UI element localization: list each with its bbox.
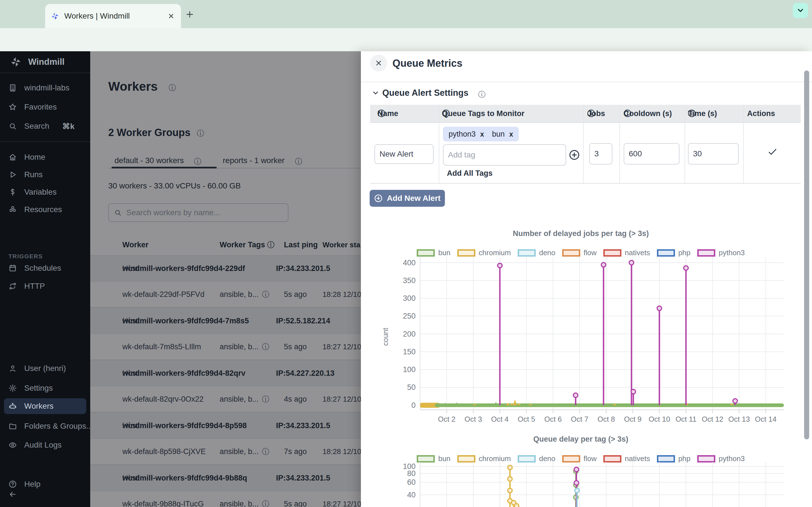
- svg-text:200: 200: [403, 330, 416, 338]
- alert-table-header: Name ⓘ Queue Tags to Monitor ⓘ Jobs ⓘ Co…: [370, 105, 801, 123]
- sidebar-item-label: Folders & Groups...: [24, 421, 90, 431]
- sidebar-item-folders-groups[interactable]: Folders & Groups...: [0, 418, 90, 434]
- sidebar-item-home[interactable]: Home: [0, 149, 90, 165]
- robot-icon: [8, 402, 17, 410]
- tag-label: python3: [449, 130, 476, 138]
- sidebar-item-http[interactable]: HTTP: [0, 278, 90, 294]
- svg-text:Oct 5: Oct 5: [518, 415, 535, 424]
- svg-text:Oct 13: Oct 13: [728, 415, 750, 424]
- chart1-title: Number of delayed jobs per tag (> 3s): [366, 229, 795, 238]
- legend-swatch: [417, 455, 435, 462]
- sidebar-item-runs[interactable]: Runs: [0, 167, 90, 182]
- sidebar-item-variables[interactable]: Variables: [0, 184, 90, 200]
- collapse-sidebar-icon[interactable]: [8, 490, 17, 499]
- confirm-check-icon[interactable]: [767, 147, 778, 157]
- svg-text:150: 150: [403, 348, 416, 356]
- time-input[interactable]: [688, 143, 739, 165]
- browser-tab[interactable]: Workers | Windmill: [45, 4, 181, 28]
- remove-tag-icon[interactable]: x: [509, 130, 513, 138]
- svg-text:Oct 6: Oct 6: [544, 415, 562, 424]
- jobs-input[interactable]: [589, 143, 612, 165]
- svg-text:60: 60: [407, 478, 416, 487]
- close-panel-button[interactable]: [370, 55, 387, 71]
- chevron-down-icon: [796, 6, 805, 15]
- queue-alert-settings-heading: Queue Alert Settings: [382, 88, 468, 98]
- tab-title: Workers | Windmill: [64, 11, 167, 20]
- sidebar-item-label: Variables: [24, 187, 57, 196]
- divider: [583, 105, 583, 183]
- route-icon: [8, 282, 17, 290]
- info-icon: ⓘ: [587, 108, 595, 119]
- sidebar-item-favorites[interactable]: Favorites: [0, 99, 90, 115]
- sidebar-item-label: HTTP: [24, 282, 45, 291]
- sidebar-item-schedules[interactable]: Schedules: [0, 260, 90, 276]
- info-icon: ⓘ: [442, 108, 450, 119]
- sidebar-item-label: Workers: [24, 402, 54, 411]
- sidebar-item-label: Help: [24, 480, 41, 489]
- browser-window: Workers | Windmill app.windmill.dev/work…: [0, 0, 812, 507]
- sidebar-item-user[interactable]: User (henri): [0, 360, 90, 376]
- sidebar-item-help[interactable]: Help: [0, 476, 90, 492]
- add-all-tags-link[interactable]: Add All Tags: [447, 169, 493, 178]
- svg-text:40: 40: [407, 491, 416, 499]
- svg-text:250: 250: [403, 312, 416, 320]
- svg-text:Oct 7: Oct 7: [571, 415, 589, 424]
- sidebar-item-label: Home: [24, 153, 45, 162]
- remove-tag-icon[interactable]: x: [480, 130, 484, 138]
- svg-text:300: 300: [403, 294, 416, 302]
- sidebar-item-workspace[interactable]: windmill-labs: [0, 80, 90, 96]
- info-icon: ⓘ: [688, 108, 696, 119]
- sidebar-item-label: Resources: [24, 205, 62, 214]
- chevron-down-icon[interactable]: [371, 89, 379, 97]
- svg-text:350: 350: [403, 276, 416, 285]
- svg-text:Oct 11: Oct 11: [675, 415, 697, 424]
- plus-circle-icon: [374, 194, 383, 203]
- triggers-section-label: TRIGGERS: [8, 253, 43, 260]
- divider: [439, 105, 439, 183]
- sidebar-item-search[interactable]: Search ⌘k: [0, 118, 90, 134]
- tab-search-button[interactable]: [793, 3, 808, 18]
- panel-scrollbar[interactable]: [804, 70, 809, 439]
- tab-close-icon[interactable]: [167, 12, 175, 20]
- close-icon: [375, 59, 383, 67]
- sidebar-item-workers[interactable]: Workers: [4, 398, 86, 414]
- info-icon[interactable]: ⓘ: [478, 90, 486, 100]
- svg-text:Oct 2: Oct 2: [438, 415, 455, 424]
- tag-pill-bun: bunx: [486, 127, 519, 142]
- sidebar-brand[interactable]: Windmill: [10, 56, 64, 68]
- sidebar-item-label: Settings: [24, 384, 53, 393]
- delayed-jobs-chart: Oct 2Oct 3Oct 4Oct 5Oct 6Oct 7Oct 8Oct 9…: [366, 255, 795, 424]
- sidebar-item-audit-logs[interactable]: Audit Logs: [0, 437, 90, 453]
- new-tab-icon[interactable]: [185, 10, 195, 19]
- svg-text:Oct 8: Oct 8: [598, 415, 615, 424]
- legend-swatch: [457, 455, 475, 462]
- help-icon: [8, 480, 17, 489]
- gear-icon: [8, 384, 17, 392]
- star-icon: [8, 103, 17, 111]
- panel-title: Queue Metrics: [393, 57, 462, 69]
- sidebar-item-label: Runs: [24, 170, 43, 179]
- cooldown-input[interactable]: [624, 143, 679, 165]
- add-tag-input[interactable]: [443, 144, 566, 166]
- cubes-icon: [8, 205, 17, 214]
- tag-label: bun: [492, 130, 505, 138]
- svg-text:Oct 12: Oct 12: [702, 415, 723, 424]
- svg-text:Oct 9: Oct 9: [624, 415, 642, 424]
- sidebar-item-label: Audit Logs: [24, 441, 61, 450]
- add-new-alert-button[interactable]: Add New Alert: [370, 190, 445, 207]
- svg-text:Oct 10: Oct 10: [649, 415, 670, 424]
- divider: [0, 142, 90, 142]
- alert-name-input[interactable]: [374, 144, 434, 164]
- legend-swatch: [562, 455, 580, 462]
- modal-overlay[interactable]: [90, 51, 361, 507]
- sidebar-item-resources[interactable]: Resources: [0, 202, 90, 217]
- queue-metrics-panel: Queue Metrics Queue Alert Settings ⓘ Nam…: [361, 51, 812, 507]
- add-tag-plus-icon[interactable]: [568, 149, 580, 161]
- info-icon: ⓘ: [377, 108, 385, 119]
- chart2-title: Queue delay per tag (> 3s): [366, 435, 795, 444]
- sidebar-item-settings[interactable]: Settings: [0, 380, 90, 396]
- windmill-favicon: [51, 12, 59, 20]
- svg-text:Oct 3: Oct 3: [465, 415, 482, 424]
- divider: [619, 105, 620, 183]
- svg-text:0: 0: [411, 401, 416, 409]
